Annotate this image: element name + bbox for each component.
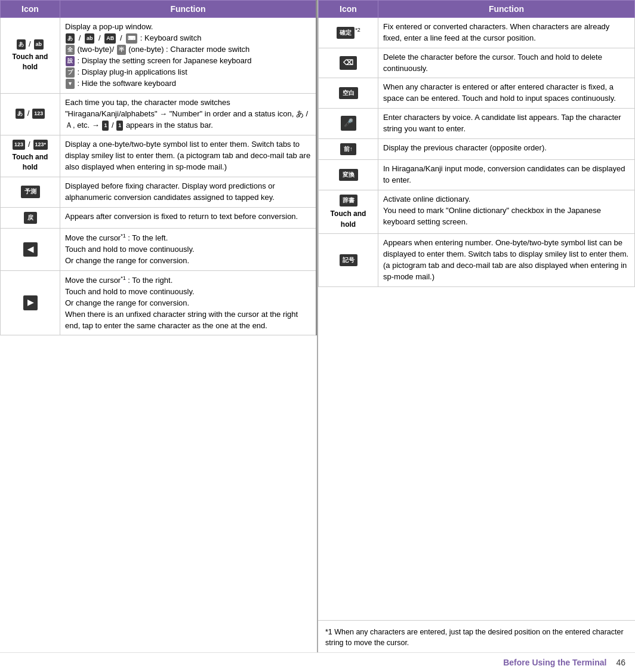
right-header-icon: Icon xyxy=(319,1,378,18)
icon-cell: 記号 xyxy=(319,234,378,286)
table-row: 予測 Displayed before fixing character. Di… xyxy=(1,177,317,207)
icon-cell: 🎤 xyxy=(319,109,378,139)
table-row: ⌫ Delete the character before the cursor… xyxy=(319,48,635,78)
icon-cell: あ / ab Touch andhold xyxy=(1,18,60,94)
icon-row: あ / ab xyxy=(5,39,55,50)
table-row: ◀ Move the cursor*1 : To the left. Touch… xyxy=(1,229,317,271)
superscript2: *1 xyxy=(121,275,126,281)
function-cell: In Hiragana/Kanji input mode, conversion… xyxy=(378,160,635,190)
icon-cell: あ / 123 xyxy=(1,94,60,135)
conv-cand-icon: 変換 xyxy=(339,169,358,181)
right-table: Icon Function 確定*2 Fix entered or conver… xyxy=(318,0,635,287)
table-row: ▶ Move the cursor*1 : To the right. Touc… xyxy=(1,270,317,335)
icon-cell: 変換 xyxy=(319,160,378,190)
kbd-sw-icon1: あ xyxy=(66,33,75,44)
function-cell: Delete the character before the cursor. … xyxy=(378,48,635,78)
one-byte-icon: 半 xyxy=(117,45,126,55)
icon-row: 123 / 123* xyxy=(5,139,55,150)
prev-char-icon: 前↑ xyxy=(340,143,356,156)
table-row: 123 / 123* Touch andhold Display a one-b… xyxy=(1,135,317,177)
icon-cell: ▶ xyxy=(1,270,60,335)
function-cell: Activate online dictionary. You need to … xyxy=(378,190,635,233)
kbd-sw-icon3: AB xyxy=(104,33,116,44)
icon-cell: 空白 xyxy=(319,78,378,109)
status-icon1: 1 xyxy=(102,121,109,131)
superscript1: *1 xyxy=(121,233,126,239)
hiragana-icon: あ xyxy=(16,109,24,119)
status-icon2: 1 xyxy=(116,121,123,131)
table-row: 戻 Appears after conversion is fixed to r… xyxy=(1,207,317,229)
touch-hold-label2: Touch andhold xyxy=(5,152,55,173)
icon-cell: ⌫ xyxy=(319,48,378,78)
tables-wrapper: Icon Function あ / ab Touch andho xyxy=(0,0,635,652)
keyboard-icon-1: あ xyxy=(17,39,26,50)
table-row: 記号 Appears when entering number. One-byt… xyxy=(319,234,635,286)
footnote-section: *1 When any characters are entered, just… xyxy=(318,620,635,653)
function-cell: Enter characters by voice. A candidate l… xyxy=(378,109,635,139)
function-cell: Display a one-byte/two-byte symbol list … xyxy=(60,135,317,177)
function-cell: Move the cursor*1 : To the right. Touch … xyxy=(60,270,317,335)
left-section: Icon Function あ / ab Touch andho xyxy=(0,0,318,652)
delete-icon: ⌫ xyxy=(340,56,357,70)
right-table-area: Icon Function 確定*2 Fix entered or conver… xyxy=(318,0,635,620)
bottom-title: Before Using the Terminal xyxy=(503,658,606,667)
right-header-function: Function xyxy=(378,1,635,18)
left-table: Icon Function あ / ab Touch andho xyxy=(0,0,317,335)
dict-icon: 辞書 xyxy=(340,195,357,207)
right-arrow-icon: ▶ xyxy=(23,295,38,310)
plugin-icon: プ xyxy=(66,67,75,78)
return-icon: 戻 xyxy=(24,212,37,224)
touch-hold-label3: Touch andhold xyxy=(323,209,373,230)
page-number: 46 xyxy=(616,658,625,667)
keyboard-icon-2: ab xyxy=(34,39,44,50)
table-row: 空白 When any character is entered or afte… xyxy=(319,78,635,109)
setting-icon: 設 xyxy=(66,56,75,66)
table-row: 変換 In Hiragana/Kanji input mode, convers… xyxy=(319,160,635,190)
function-cell: Appears when entering number. One-byte/t… xyxy=(378,234,635,286)
sym-icon1: 123 xyxy=(13,140,25,150)
icon-cell: 前↑ xyxy=(319,138,378,160)
num-sym-icon: 記号 xyxy=(340,254,357,267)
footnote1-text: *1 When any characters are entered, just… xyxy=(325,628,624,648)
icon-cell: 辞書 Touch andhold xyxy=(319,190,378,233)
function-cell: Move the cursor*1 : To the left. Touch a… xyxy=(60,229,317,271)
hide-kb-icon: ▼ xyxy=(66,79,75,89)
page: Icon Function あ / ab Touch andho xyxy=(0,0,635,672)
icon-cell: 確定*2 xyxy=(319,18,378,48)
table-row: 辞書 Touch andhold Activate online diction… xyxy=(319,190,635,233)
table-row: 前↑ Display the previous character (oppos… xyxy=(319,138,635,160)
function-cell: Fix entered or converted characters. Whe… xyxy=(378,18,635,48)
sym-icon2: 123* xyxy=(33,140,48,150)
left-arrow-icon: ◀ xyxy=(23,242,38,257)
icon-row: あ / 123 xyxy=(5,108,55,119)
table-row: 🎤 Enter characters by voice. A candidate… xyxy=(319,109,635,139)
space-icon: 空白 xyxy=(339,87,358,100)
icon-cell: 123 / 123* Touch andhold xyxy=(1,135,60,177)
table-row: あ / 123 Each time you tap, the character… xyxy=(1,94,317,135)
num-icon: 123 xyxy=(32,109,45,119)
kbd-sw-icon4: ⌨ xyxy=(126,33,137,44)
table-row: あ / ab Touch andhold Display a pop-up wi… xyxy=(1,18,317,94)
function-cell: Display the previous character (opposite… xyxy=(378,138,635,160)
two-byte-icon: 全 xyxy=(66,45,75,55)
left-header-function: Function xyxy=(60,1,317,18)
superscript-r1: *2 xyxy=(355,27,360,33)
table-row: 確定*2 Fix entered or converted characters… xyxy=(319,18,635,48)
function-cell: Displayed before fixing character. Displ… xyxy=(60,177,317,207)
function-cell: Each time you tap, the character mode sw… xyxy=(60,94,317,135)
touch-hold-label: Touch andhold xyxy=(5,52,55,73)
icon-cell: 予測 xyxy=(1,177,60,207)
predict-icon: 予測 xyxy=(21,186,40,198)
left-header-icon: Icon xyxy=(1,1,60,18)
bottom-bar: Before Using the Terminal 46 xyxy=(0,652,635,672)
right-section: Icon Function 確定*2 Fix entered or conver… xyxy=(318,0,635,652)
icon-cell: 戻 xyxy=(1,207,60,229)
icon-cell: ◀ xyxy=(1,229,60,271)
kbd-sw-icon2: ab xyxy=(85,33,95,44)
function-cell: Display a pop-up window. あ / ab / AB / ⌨… xyxy=(60,18,317,94)
function-cell: When any character is entered or after e… xyxy=(378,78,635,109)
enter-icon: 確定 xyxy=(337,27,355,39)
voice-icon: 🎤 xyxy=(341,116,356,131)
function-cell: Appears after conversion is fixed to ret… xyxy=(60,207,317,229)
